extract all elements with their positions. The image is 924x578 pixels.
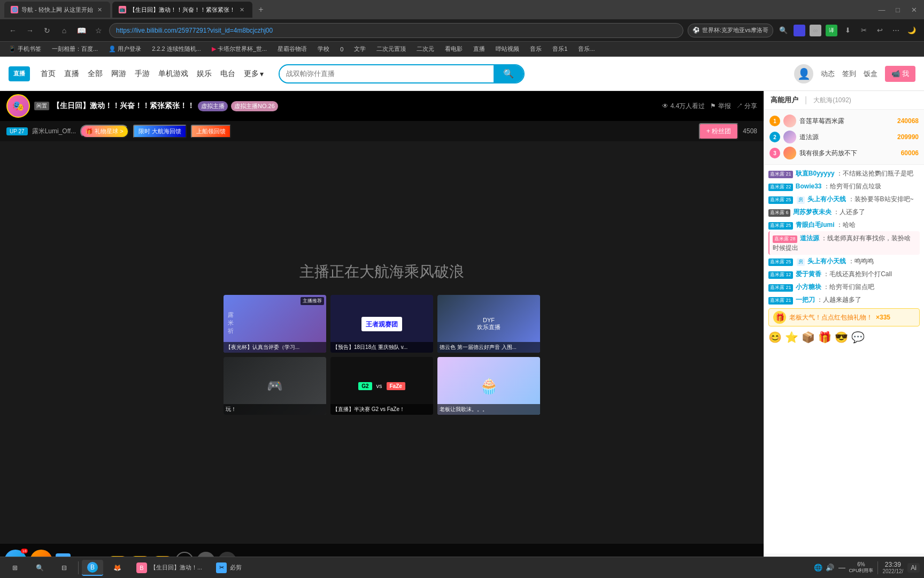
new-tab-button[interactable]: + bbox=[255, 3, 267, 16]
nav-all[interactable]: 全部 bbox=[88, 69, 103, 79]
taskbar-multitask-button[interactable]: ⊟ bbox=[53, 560, 75, 575]
nav-live[interactable]: 直播 bbox=[64, 69, 79, 79]
address-input[interactable]: https://live.bilibili.com/25977291?visit… bbox=[109, 23, 683, 38]
reader-button[interactable]: 📖 bbox=[75, 24, 88, 37]
header-checkin[interactable]: 签到 bbox=[842, 69, 856, 79]
header-activity[interactable]: 动态 bbox=[821, 69, 835, 79]
bookmark-school[interactable]: 学校 bbox=[313, 44, 334, 54]
minimize-button[interactable]: — bbox=[876, 4, 888, 16]
back-button[interactable]: ← bbox=[6, 24, 19, 37]
chat-header: 高能用户 | 大航海(1092) bbox=[764, 91, 924, 110]
taskbar-search-button[interactable]: 🔍 bbox=[29, 560, 50, 575]
home-button[interactable]: ⌂ bbox=[58, 24, 71, 37]
video-thumb-6[interactable]: 🧁 老板让我歌沫。。。 bbox=[437, 357, 540, 415]
taskbar-bicut-item[interactable]: ✂ 必剪 bbox=[211, 560, 247, 575]
emoji-star[interactable]: ⭐ bbox=[785, 331, 798, 344]
maximize-button[interactable]: □ bbox=[892, 4, 904, 16]
tab-close-bilibili[interactable]: ✕ bbox=[238, 6, 246, 13]
bookmark-button[interactable]: ☆ bbox=[92, 24, 105, 37]
video-thumb-1[interactable]: 露米祈 主播推荐 【夜光杯】认真当评委（学习... bbox=[224, 295, 326, 353]
download-icon[interactable]: ⬇ bbox=[842, 25, 853, 36]
user-avatar[interactable]: 👤 bbox=[794, 64, 813, 83]
tab-bilibili[interactable]: 📺 【生日回】激动！！兴奋！！紧张紧张！ ✕ bbox=[112, 2, 252, 18]
darkmode-icon[interactable]: 🌙 bbox=[906, 25, 918, 36]
thumb1-streamer: 露米祈 bbox=[228, 311, 234, 335]
msg-text-4: ：哈哈 bbox=[836, 221, 856, 229]
emoji-cool[interactable]: 😎 bbox=[835, 331, 848, 344]
bookmarks-bar: 📱 手机书签 一刻相册：百度... 👤 用户登录 2.2.2 连续性随机... … bbox=[0, 42, 924, 57]
emoji-smiley[interactable]: 😊 bbox=[768, 331, 782, 344]
ai-button[interactable]: Ai bbox=[907, 563, 920, 573]
taskbar-divider-2 bbox=[877, 561, 878, 574]
thumb4-img: 🎮 bbox=[267, 378, 283, 393]
search-button[interactable]: 🔍 bbox=[494, 64, 523, 83]
chat-tab-top-users[interactable]: 高能用户 bbox=[771, 95, 798, 105]
report-button[interactable]: ⚑ 举报 bbox=[710, 102, 730, 111]
bookmark-224[interactable]: 2.2.2 连续性随机... bbox=[148, 44, 205, 54]
volume-icon[interactable]: 🔊 bbox=[825, 563, 835, 573]
taskbar-start-button[interactable]: ⊞ bbox=[4, 560, 26, 575]
msg-level-4: 嘉米露 25 bbox=[768, 222, 793, 230]
bookmark-login[interactable]: 👤 用户登录 bbox=[104, 44, 145, 54]
bookmark-worldcup[interactable]: ▶ 卡塔尔世界杯_世... bbox=[207, 44, 271, 54]
search-input[interactable] bbox=[280, 70, 494, 78]
tab-label-bilibili: 【生日回】激动！！兴奋！！紧张紧张！ bbox=[129, 6, 235, 14]
refresh-button[interactable]: ↻ bbox=[41, 24, 53, 37]
scissors-icon[interactable]: ✂ bbox=[858, 25, 869, 36]
settings-icon[interactable]: ⋯ bbox=[890, 25, 902, 36]
forward-button[interactable]: → bbox=[24, 24, 36, 37]
mission-button[interactable]: 限时 大航海回馈 bbox=[133, 125, 187, 138]
tab-close-nav[interactable]: ✕ bbox=[96, 6, 104, 13]
user-name-2: 道法源 bbox=[799, 133, 894, 142]
bookmark-movie[interactable]: 看电影 bbox=[441, 44, 467, 54]
taskbar-browser-item[interactable]: B bbox=[82, 560, 103, 576]
gift-star-button[interactable]: 🎁 礼物星球 > bbox=[80, 125, 129, 138]
bookmark-videos[interactable]: 哔站视频 bbox=[491, 44, 523, 54]
emoji-chat[interactable]: 💬 bbox=[851, 331, 865, 344]
close-browser-button[interactable]: ✕ bbox=[908, 4, 920, 16]
taskbar-bilibili-item[interactable]: B 【生日回】激动！... bbox=[131, 560, 207, 575]
nav-home[interactable]: 首页 bbox=[41, 69, 56, 79]
video-thumb-4[interactable]: 🎮 玩！ bbox=[224, 357, 326, 415]
bookmark-phone[interactable]: 📱 手机书签 bbox=[4, 44, 45, 54]
tab-nav[interactable]: 🌐 导航 - 轻快上网 从这里开始 ✕ bbox=[4, 2, 110, 18]
idle-badge: 闲置 bbox=[34, 102, 49, 110]
nav-radio[interactable]: 电台 bbox=[220, 69, 235, 79]
go-live-button[interactable]: 📹 我 bbox=[885, 66, 915, 82]
browser-search-icon[interactable]: 🔍 bbox=[777, 25, 789, 36]
nav-entertainment[interactable]: 娱乐 bbox=[197, 69, 212, 79]
bookmark-live[interactable]: 直播 bbox=[469, 44, 489, 54]
undo-icon[interactable]: ↩ bbox=[874, 25, 886, 36]
bilibili-logo[interactable]: 直播 bbox=[9, 66, 30, 81]
nav-netgame[interactable]: 网游 bbox=[111, 69, 126, 79]
extension-icon-3[interactable]: 译 bbox=[826, 25, 837, 36]
bookmark-2d[interactable]: 二次元 bbox=[412, 44, 438, 54]
bookmark-literature[interactable]: 文学 bbox=[350, 44, 370, 54]
video-thumb-3[interactable]: DYF欢乐直播 德云色 第一届德云好声音 入围... bbox=[437, 295, 540, 353]
emoji-box[interactable]: 📦 bbox=[802, 331, 815, 344]
follow-button[interactable]: + 粉丝团 bbox=[699, 123, 738, 140]
bookmark-music[interactable]: 音乐 bbox=[526, 44, 546, 54]
msg-username-8: 小方糖块 bbox=[796, 283, 821, 291]
extension-icon-1[interactable] bbox=[794, 25, 805, 36]
share-button[interactable]: ↗ 分享 bbox=[736, 102, 757, 111]
bookmark-0[interactable]: 0 bbox=[336, 45, 348, 54]
chat-msg-2: 嘉米露 25 房 头上有小天线 ：装扮要等B站安排吧~ bbox=[768, 193, 920, 206]
clock: 23:39 2022/12/ bbox=[882, 561, 903, 574]
bookmark-music2[interactable]: 音乐... bbox=[574, 44, 599, 54]
header-lunchbox[interactable]: 饭盒 bbox=[864, 69, 877, 79]
network-icon[interactable]: 🌐 bbox=[813, 563, 823, 573]
extension-icon-2[interactable]: ∞ bbox=[810, 25, 821, 36]
nav-singleplayer[interactable]: 单机游戏 bbox=[158, 69, 188, 79]
ship-button[interactable]: 上船领回馈 bbox=[191, 125, 231, 138]
bookmark-stars[interactable]: 星霸谷物语 bbox=[273, 44, 311, 54]
bookmark-album[interactable]: 一刻相册：百度... bbox=[48, 44, 102, 54]
video-thumb-5[interactable]: G2 vs FaZe 【直播】半决赛 G2 vs FaZe！ bbox=[330, 357, 433, 415]
bookmark-2dpin[interactable]: 二次元置顶 bbox=[372, 44, 410, 54]
nav-mobile[interactable]: 手游 bbox=[135, 69, 150, 79]
nav-more[interactable]: 更多 ▾ bbox=[244, 69, 264, 79]
bookmark-music1[interactable]: 音乐1 bbox=[548, 44, 572, 54]
video-thumb-2[interactable]: 王者观赛团 【预告】18日18点 重庆独队 v... bbox=[330, 295, 433, 353]
emoji-gift[interactable]: 🎁 bbox=[818, 331, 831, 344]
taskbar-firefox-item[interactable]: 🦊 bbox=[106, 560, 128, 575]
